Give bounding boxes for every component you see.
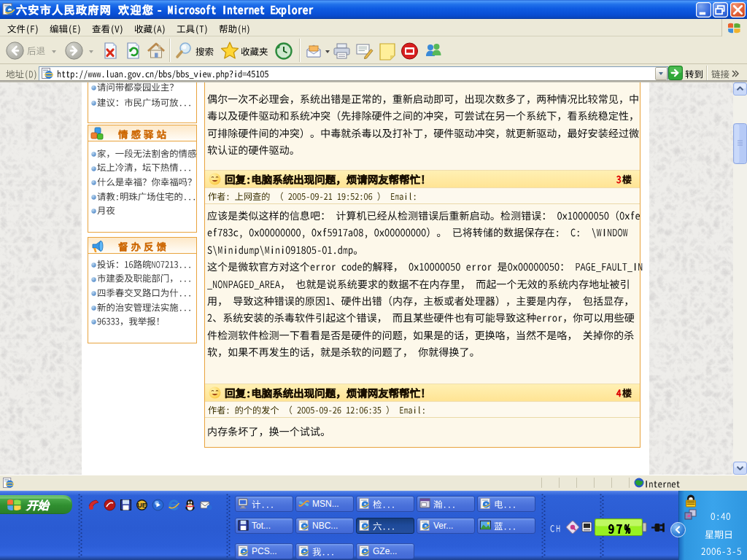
svg-text:UE: UE [137, 502, 147, 509]
